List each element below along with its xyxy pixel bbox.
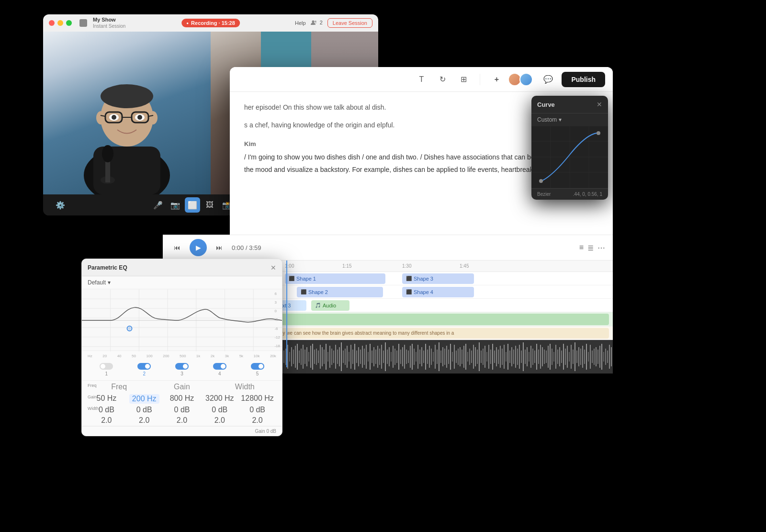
svg-rect-218	[515, 346, 516, 368]
comment-icon[interactable]: 💬	[541, 72, 556, 87]
svg-rect-257	[590, 345, 591, 369]
eq-close-button[interactable]: ✕	[270, 264, 276, 272]
svg-rect-199	[479, 342, 480, 371]
svg-rect-182	[446, 346, 447, 368]
more-options-icon[interactable]: ⋯	[597, 243, 605, 252]
eq-row-labels: Freq Gain Width	[88, 383, 99, 411]
close-dot[interactable]	[49, 20, 55, 26]
svg-point-0	[312, 21, 314, 23]
svg-rect-183	[448, 350, 449, 364]
svg-rect-249	[574, 342, 575, 371]
svg-rect-267	[609, 345, 610, 369]
playhead	[286, 260, 287, 367]
svg-rect-124	[335, 345, 336, 369]
help-label[interactable]: Help	[295, 20, 306, 26]
curve-canvas	[531, 126, 608, 188]
refresh-icon[interactable]: ↻	[435, 72, 450, 87]
svg-rect-114	[316, 349, 317, 365]
clip-shape-4[interactable]: ⬛Shape 4	[402, 287, 474, 297]
svg-rect-105	[299, 351, 300, 363]
svg-rect-189	[460, 347, 461, 366]
svg-rect-238	[553, 352, 554, 362]
svg-rect-118	[324, 350, 325, 364]
svg-rect-205	[490, 350, 491, 364]
eq-panel: Parametric EQ ✕ Default ▾	[81, 259, 282, 436]
eq-band-1-toggle[interactable]	[100, 363, 113, 370]
svg-rect-227	[532, 349, 533, 365]
curve-preset-selector[interactable]: Custom ▾	[531, 113, 608, 126]
mic-icon[interactable]: 🎤	[150, 197, 166, 213]
skip-back-button[interactable]: ⏮	[170, 241, 184, 254]
publish-button[interactable]: Publish	[562, 72, 605, 87]
svg-rect-169	[421, 347, 422, 366]
svg-rect-163	[410, 346, 411, 368]
svg-rect-255	[586, 344, 587, 370]
eq-band-3-toggle[interactable]	[175, 363, 189, 370]
svg-rect-146	[377, 346, 378, 368]
eq-band-2-toggle[interactable]	[137, 363, 151, 370]
svg-rect-156	[396, 351, 397, 363]
eq-band-5-toggle[interactable]	[251, 363, 264, 370]
clip-shape-1[interactable]: ⬛Shape 1	[285, 273, 385, 284]
svg-rect-168	[419, 350, 420, 364]
svg-rect-210	[500, 346, 501, 368]
svg-rect-219	[517, 349, 518, 365]
svg-rect-108	[304, 350, 305, 364]
svg-rect-193	[467, 352, 468, 362]
add-icon[interactable]: +	[489, 72, 504, 87]
eq-prop-gain: Gain	[150, 383, 213, 391]
svg-rect-111	[310, 346, 311, 368]
svg-rect-100	[289, 352, 290, 362]
curve-close-button[interactable]: ✕	[597, 101, 602, 108]
svg-rect-190	[462, 350, 462, 364]
svg-rect-262	[599, 346, 600, 368]
svg-rect-197	[475, 347, 476, 366]
svg-rect-109	[306, 347, 307, 366]
shape-3-icon: ⬛	[406, 276, 412, 281]
minimize-dot[interactable]	[57, 20, 63, 26]
screen-share-icon[interactable]: ⬜	[185, 197, 200, 213]
svg-rect-251	[578, 347, 579, 366]
svg-rect-99	[287, 345, 288, 369]
skip-forward-button[interactable]: ⏭	[213, 241, 226, 254]
clip-shape-3[interactable]: ⬛Shape 3	[402, 273, 474, 284]
grid-icon[interactable]: ⊞	[456, 72, 471, 87]
svg-rect-172	[427, 350, 428, 364]
svg-rect-176	[435, 345, 436, 369]
svg-rect-256	[588, 352, 589, 362]
play-button[interactable]: ▶	[190, 239, 207, 256]
list-view-icon[interactable]: ≡	[579, 243, 584, 252]
leave-session-button[interactable]: Leave Session	[327, 18, 372, 28]
edit-tool-icon[interactable]: T	[414, 72, 429, 87]
svg-rect-116	[320, 345, 321, 369]
photo-icon[interactable]: 🖼	[202, 197, 217, 213]
clip-shape-2[interactable]: ⬛Shape 2	[297, 287, 383, 297]
eq-preset-selector[interactable]: Default ▾	[82, 276, 282, 289]
svg-rect-252	[580, 349, 581, 365]
app-icon	[79, 19, 87, 27]
svg-rect-206	[492, 344, 493, 370]
camera-icon[interactable]: 📷	[168, 197, 183, 213]
eq-curve-svg	[82, 289, 282, 351]
svg-rect-158	[400, 350, 401, 364]
clip-audio-1[interactable]: 🎵Audio	[311, 300, 349, 311]
svg-rect-149	[383, 351, 384, 363]
svg-rect-151	[387, 350, 388, 364]
svg-rect-178	[439, 342, 439, 371]
window-subtitle: Instant Session	[93, 23, 125, 29]
stacked-view-icon[interactable]: ≣	[587, 243, 594, 252]
svg-rect-142	[370, 344, 371, 370]
settings-icon[interactable]: ⚙️	[53, 197, 68, 213]
eq-band-3: 3	[163, 363, 201, 376]
window-title: My Show	[93, 17, 125, 23]
svg-rect-136	[358, 347, 359, 366]
svg-rect-209	[498, 350, 499, 364]
svg-rect-184	[450, 344, 451, 370]
maximize-dot[interactable]	[66, 20, 72, 26]
svg-rect-102	[293, 350, 294, 364]
svg-rect-268	[611, 347, 612, 366]
eq-band-4-toggle[interactable]	[213, 363, 226, 370]
shape4-icon: ⬛	[406, 289, 412, 294]
svg-rect-107	[303, 345, 304, 369]
svg-rect-217	[513, 350, 514, 364]
